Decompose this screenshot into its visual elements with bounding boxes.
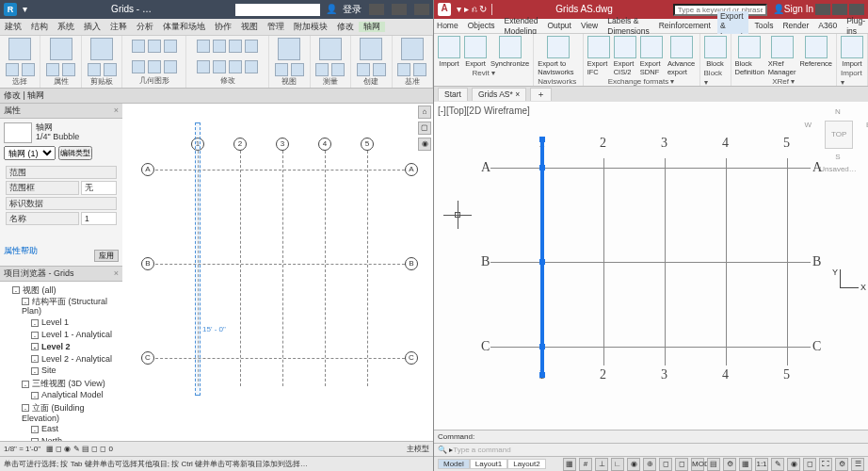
grid-bubble[interactable]: 5 (361, 138, 374, 151)
props-help[interactable]: 属性帮助 (4, 246, 38, 255)
status-toggle[interactable]: ◻ (675, 458, 688, 471)
grid-bubble[interactable]: A (141, 163, 154, 176)
ribbon-icon[interactable] (360, 38, 382, 60)
command-input[interactable]: 🔍 ▸ Type a command (434, 443, 868, 456)
menu-Home[interactable]: Home (434, 21, 461, 30)
user-icon[interactable]: 👤 (773, 4, 784, 15)
expand-icon[interactable]: - (22, 404, 29, 412)
expand-icon[interactable]: - (31, 343, 39, 350)
prop-val[interactable]: 1 (81, 212, 117, 225)
menu-Extended-Modeling[interactable]: Extended Modeling (502, 16, 541, 35)
project-browser[interactable]: -视图 (all)-结构平面 (Structural Plan)-Level 1… (0, 282, 122, 441)
ribbon-icon[interactable] (499, 36, 522, 58)
close-button[interactable] (849, 4, 864, 15)
ribbon-icon[interactable] (547, 36, 570, 58)
status-toggle[interactable]: ⊕ (643, 458, 656, 471)
panel-label[interactable]: Block ▾ (704, 68, 727, 87)
ribbon-icon[interactable] (197, 60, 210, 73)
ribbon-icon[interactable] (213, 40, 226, 53)
ribbon-icon[interactable] (373, 63, 386, 76)
grid-bubble[interactable]: 2 (233, 138, 247, 151)
ribbon-icon[interactable] (50, 38, 72, 60)
status-toggle[interactable]: 1:1 (755, 458, 768, 471)
expand-icon[interactable]: - (22, 298, 29, 305)
grid-bubble[interactable]: 3 (276, 138, 289, 151)
min-button[interactable] (815, 4, 830, 15)
expand-icon[interactable]: - (31, 392, 39, 399)
user-icon[interactable]: 👤 (326, 4, 337, 15)
cube-icon[interactable]: ▢ (418, 122, 431, 135)
filetab[interactable]: Grids AS* × (472, 88, 526, 100)
grid-bubble[interactable]: C (405, 351, 418, 365)
menu-Objects[interactable]: Objects (465, 21, 498, 30)
ribbon-icon[interactable] (132, 40, 145, 53)
status-toggle[interactable]: ▦ (563, 458, 576, 471)
status-toggle[interactable]: # (579, 458, 592, 471)
qat-icon[interactable]: ▾ (23, 4, 27, 15)
menu-A360[interactable]: A360 (815, 21, 840, 30)
tree-item[interactable]: -East (31, 423, 120, 435)
ribbon-icon[interactable] (738, 36, 761, 58)
ribbon-icon[interactable] (640, 36, 663, 58)
ribbon-icon[interactable] (104, 63, 117, 76)
status-toggle[interactable]: ⛶ (819, 458, 832, 471)
max-button[interactable] (392, 4, 407, 15)
menu-Output[interactable]: Output (544, 21, 574, 30)
ribbon-icon[interactable] (331, 63, 345, 76)
panel-label[interactable]: Exchange formats ▾ (608, 76, 675, 87)
menu-修改[interactable]: 修改 (332, 22, 359, 32)
ribbon-icon[interactable] (8, 38, 31, 60)
tree-item[interactable]: -Site (31, 365, 120, 377)
apply-button[interactable]: 应用 (94, 250, 119, 262)
status-toggle[interactable]: ◉ (627, 458, 640, 471)
ribbon-icon[interactable] (46, 63, 59, 76)
ribbon-icon[interactable] (229, 40, 242, 53)
ribbon-icon[interactable] (319, 38, 342, 60)
wheel-icon[interactable]: ◉ (418, 138, 431, 151)
menu-分析[interactable]: 分析 (132, 22, 158, 32)
status-toggle[interactable]: ☰ (851, 458, 864, 471)
prop-val[interactable]: 无 (81, 181, 117, 194)
status-toggle[interactable]: ⊥ (595, 458, 608, 471)
ribbon-icon[interactable] (438, 36, 460, 58)
grid-bubble[interactable]: B (405, 257, 418, 270)
ribbon-icon[interactable] (291, 63, 304, 76)
close-icon[interactable]: × (114, 106, 119, 116)
ribbon-icon[interactable] (275, 63, 288, 76)
grid-bubble[interactable]: A (405, 163, 418, 176)
ribbon-icon[interactable] (245, 60, 258, 73)
viewcube-top[interactable]: TOP (825, 121, 853, 149)
status-toggle[interactable]: ◻ (803, 458, 816, 471)
layout-tab[interactable]: Model (438, 459, 470, 469)
ribbon-icon[interactable] (587, 36, 610, 58)
tree-item[interactable]: -Level 2 - Analytical (31, 353, 120, 365)
ribbon-icon[interactable] (148, 40, 161, 53)
expand-icon[interactable]: - (31, 319, 39, 327)
grid-bubble[interactable]: 4 (318, 138, 331, 151)
ribbon-icon[interactable] (132, 60, 145, 73)
menu-View[interactable]: View (578, 21, 601, 30)
ribbon-icon[interactable] (6, 63, 19, 76)
filetab[interactable]: Start (438, 88, 468, 100)
expand-icon[interactable]: - (31, 332, 39, 339)
min-button[interactable] (369, 4, 384, 15)
ribbon-icon[interactable] (704, 36, 727, 58)
menu-附加模块[interactable]: 附加模块 (289, 22, 332, 32)
close-button[interactable] (414, 4, 429, 15)
ribbon-icon[interactable] (213, 60, 226, 73)
tree-item[interactable]: -Analytical Model (31, 389, 120, 401)
close-icon[interactable]: × (114, 268, 119, 279)
panel-label[interactable]: Import ▾ (841, 68, 863, 87)
menu-系统[interactable]: 系统 (53, 22, 79, 32)
expand-icon[interactable]: - (31, 367, 39, 375)
ribbon-icon[interactable] (315, 63, 329, 76)
ribbon-icon[interactable] (164, 40, 177, 53)
expand-icon[interactable]: - (31, 355, 39, 363)
status-toggle[interactable]: ∟ (611, 458, 624, 471)
panel-label[interactable]: XRef ▾ (772, 76, 795, 87)
menu-体量和场地[interactable]: 体量和场地 (158, 22, 210, 32)
instance-select[interactable]: 轴网 (1) (4, 146, 56, 160)
dimension-label[interactable]: 15' - 0" (202, 325, 226, 334)
menu-Tools[interactable]: Tools (752, 21, 777, 30)
ribbon-icon[interactable] (841, 36, 863, 58)
